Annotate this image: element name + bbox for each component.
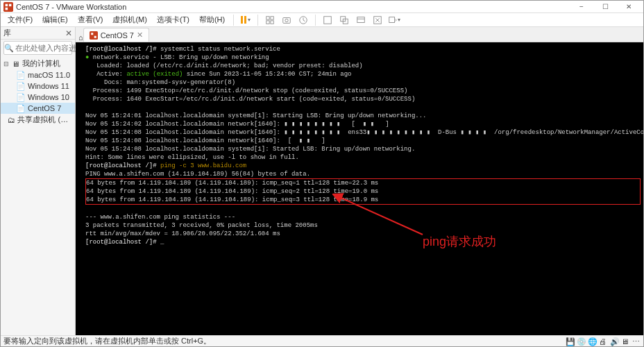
device-icon[interactable]: ⋯ xyxy=(632,337,641,346)
fullscreen-button[interactable] xyxy=(320,13,335,27)
stretch-icon xyxy=(373,15,382,25)
svg-rect-3 xyxy=(6,7,8,10)
svg-rect-1 xyxy=(6,3,8,6)
window-title: CentOS 7 - VMware Workstation xyxy=(16,3,570,11)
tree-vm-centos7[interactable]: 📄CentOS 7 xyxy=(1,103,75,114)
tree-root-mycomputer[interactable]: ⊟ 🖥 我的计算机 xyxy=(1,58,75,69)
svg-rect-18 xyxy=(90,31,98,40)
separator xyxy=(315,15,316,26)
send-ctrl-alt-del-button[interactable] xyxy=(262,13,278,27)
svg-rect-4 xyxy=(266,16,269,19)
grid-icon xyxy=(265,15,275,25)
annotation-text: ping请求成功 xyxy=(423,233,496,250)
separator xyxy=(257,15,258,26)
tab-label: CentOS 7 xyxy=(101,31,134,40)
svg-rect-17 xyxy=(389,17,395,22)
sidebar-title-row: 库 ✕ xyxy=(1,27,75,40)
console-icon xyxy=(356,15,366,25)
svg-line-21 xyxy=(339,197,423,235)
tree-label: Windows 11 xyxy=(28,82,69,90)
close-button[interactable]: ✕ xyxy=(617,1,641,12)
tree-label: 我的计算机 xyxy=(22,58,60,69)
vm-icon: 📄 xyxy=(16,103,26,113)
device-icon[interactable]: 🌐 xyxy=(588,337,596,346)
toolbar-dropdown-button[interactable]: ▾ xyxy=(387,13,402,27)
minimize-button[interactable]: − xyxy=(570,1,593,12)
svg-rect-0 xyxy=(3,2,13,12)
tab-close-button[interactable]: ✕ xyxy=(137,31,143,40)
vm-icon: 📄 xyxy=(16,81,26,91)
clock-icon xyxy=(298,15,308,25)
tree-label: Windows 10 xyxy=(28,93,69,101)
vmware-window: CentOS 7 - VMware Workstation − ☐ ✕ 文件(F… xyxy=(0,0,644,347)
svg-rect-5 xyxy=(271,16,273,19)
computer-icon: 🖥 xyxy=(10,59,20,69)
svg-rect-8 xyxy=(283,17,291,23)
tree-shared-vms[interactable]: 🗂共享虚拟机 (已弃用) xyxy=(1,114,75,126)
svg-rect-6 xyxy=(266,20,269,23)
menu-tabs[interactable]: 选项卡(T) xyxy=(153,13,194,26)
device-icon[interactable]: 💿 xyxy=(577,337,585,346)
tab-centos7[interactable]: CentOS 7 ✕ xyxy=(83,28,149,42)
device-icon[interactable]: 🖥 xyxy=(621,337,629,346)
device-icon[interactable]: 🔊 xyxy=(610,337,618,346)
search-icon: 🔍 xyxy=(4,44,14,53)
svg-rect-14 xyxy=(357,17,365,22)
vm-tree: ⊟ 🖥 我的计算机 📄macOS 11.0 📄Windows 11 📄Windo… xyxy=(1,56,75,127)
svg-point-9 xyxy=(285,19,288,22)
dropdown-icon xyxy=(388,15,398,25)
menu-vm[interactable]: 虚拟机(M) xyxy=(108,13,151,26)
svg-rect-19 xyxy=(91,33,93,35)
library-sidebar: 库 ✕ 🔍 ▾ ⊟ 🖥 我的计算机 📄macOS 11.0 📄Windows 1… xyxy=(1,27,76,335)
unity-icon xyxy=(339,15,349,25)
snapshot-manager-button[interactable] xyxy=(296,13,311,27)
menu-file[interactable]: 文件(F) xyxy=(3,13,37,26)
statusbar-text: 要将输入定向到该虚拟机，请在虚拟机内部单击或按 Ctrl+G。 xyxy=(3,336,211,346)
svg-rect-20 xyxy=(94,35,96,37)
separator xyxy=(233,15,234,26)
tree-vm-win11[interactable]: 📄Windows 11 xyxy=(1,81,75,92)
svg-rect-7 xyxy=(271,20,273,23)
menu-view[interactable]: 查看(V) xyxy=(74,13,108,26)
titlebar: CentOS 7 - VMware Workstation − ☐ ✕ xyxy=(1,1,643,13)
svg-rect-2 xyxy=(9,3,12,6)
pause-icon xyxy=(241,16,246,24)
power-dropdown-button[interactable]: ▾ xyxy=(238,13,253,27)
statusbar: 要将输入定向到该虚拟机，请在虚拟机内部单击或按 Ctrl+G。 💾 💿 🌐 🖨 … xyxy=(1,335,643,346)
annotation-arrow xyxy=(332,192,430,240)
sidebar-search[interactable]: 🔍 ▾ xyxy=(3,41,72,55)
menu-edit[interactable]: 编辑(E) xyxy=(38,13,72,26)
device-icon[interactable]: 💾 xyxy=(566,337,574,346)
device-icon[interactable]: 🖨 xyxy=(599,337,607,346)
terminal[interactable]: [root@localhost /]# systemctl status net… xyxy=(76,42,643,335)
console-view-button[interactable] xyxy=(353,13,368,27)
main-area: ⌂ CentOS 7 ✕ [root@localhost /]# systemc… xyxy=(76,27,643,335)
tree-vm-win10[interactable]: 📄Windows 10 xyxy=(1,92,75,103)
shared-icon: 🗂 xyxy=(8,115,15,125)
sidebar-title: 库 xyxy=(3,28,11,38)
tree-vm-macos[interactable]: 📄macOS 11.0 xyxy=(1,69,75,81)
vm-icon: 📄 xyxy=(16,70,26,80)
menubar: 文件(F) 编辑(E) 查看(V) 虚拟机(M) 选项卡(T) 帮助(H) ▾ … xyxy=(1,13,643,27)
svg-rect-11 xyxy=(324,16,332,24)
home-tab-button[interactable]: ⌂ xyxy=(78,33,83,42)
tree-label: 共享虚拟机 (已弃用) xyxy=(17,115,74,125)
menu-help[interactable]: 帮助(H) xyxy=(195,13,229,26)
camera-icon xyxy=(282,15,291,25)
tree-label: CentOS 7 xyxy=(28,104,61,112)
tree-label: macOS 11.0 xyxy=(28,71,70,79)
collapse-icon[interactable]: ⊟ xyxy=(2,60,10,67)
unity-button[interactable] xyxy=(337,13,352,27)
vm-icon xyxy=(90,31,98,40)
maximize-button[interactable]: ☐ xyxy=(593,1,617,12)
snapshot-button[interactable] xyxy=(279,13,294,27)
vmware-icon xyxy=(3,2,13,12)
vm-icon: 📄 xyxy=(16,92,26,102)
fullscreen-icon xyxy=(323,15,332,25)
stretch-button[interactable] xyxy=(370,13,385,27)
tabbar: ⌂ CentOS 7 ✕ xyxy=(76,27,643,42)
sidebar-close-button[interactable]: ✕ xyxy=(65,28,72,38)
